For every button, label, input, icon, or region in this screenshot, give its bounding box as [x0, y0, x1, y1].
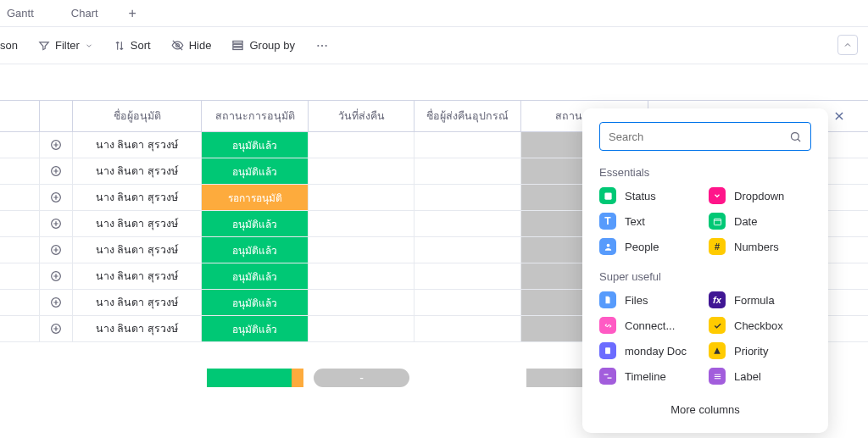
col-returner[interactable]: ชื่อผู้ส่งคืนอุปกรณ์	[415, 101, 521, 131]
filter-button[interactable]: Filter	[38, 39, 93, 52]
expand-cell[interactable]	[40, 211, 73, 236]
returner-cell[interactable]	[415, 158, 521, 184]
text-icon: T	[599, 213, 616, 230]
col-approver[interactable]: ชื่อผู้อนุมัติ	[73, 101, 202, 131]
return-date-cell[interactable]	[309, 316, 415, 341]
dots-icon	[315, 39, 329, 53]
hide-button[interactable]: Hide	[171, 39, 212, 52]
status-cell[interactable]: รอการอนุมัติ	[202, 185, 309, 210]
returner-cell[interactable]	[415, 211, 521, 236]
returner-cell[interactable]	[415, 132, 521, 158]
approver-cell[interactable]: นาง ลินดา สุรวงษ์	[73, 158, 202, 184]
status-cell[interactable]: อนุมัติแล้ว	[202, 263, 309, 289]
more-options-button[interactable]	[315, 39, 329, 53]
files-icon	[599, 291, 616, 308]
opt-formula[interactable]: fx Formula	[709, 291, 811, 308]
expand-icon[interactable]	[48, 295, 64, 310]
view-tabs: Gantt Chart +	[0, 0, 868, 27]
expand-icon[interactable]	[48, 137, 64, 152]
eye-off-icon	[171, 39, 184, 52]
opt-connect[interactable]: Connect...	[599, 317, 702, 334]
approver-cell[interactable]: นาง ลินดา สุรวงษ์	[73, 237, 202, 263]
group-icon	[231, 39, 244, 52]
return-date-cell[interactable]	[309, 211, 415, 236]
collapse-button[interactable]	[837, 35, 858, 55]
col-status[interactable]: สถานะการอนุมัติ	[202, 101, 309, 131]
opt-priority[interactable]: Priority	[709, 342, 811, 359]
approver-cell[interactable]: นาง ลินดา สุรวงษ์	[73, 316, 202, 341]
status-icon	[599, 187, 616, 204]
return-date-cell[interactable]	[309, 185, 415, 210]
drag-col-header	[0, 101, 40, 131]
status-cell[interactable]: อนุมัติแล้ว	[202, 290, 309, 315]
opt-label-label: Label	[734, 370, 761, 383]
person-filter[interactable]: son	[0, 39, 18, 52]
search-input[interactable]	[609, 130, 784, 143]
returner-cell[interactable]	[415, 316, 521, 341]
approver-cell[interactable]: นาง ลินดา สุรวงษ์	[73, 185, 202, 210]
groupby-button[interactable]: Group by	[231, 39, 294, 52]
add-view-button[interactable]: +	[129, 6, 136, 21]
returner-cell[interactable]	[415, 185, 521, 210]
expand-cell[interactable]	[40, 316, 73, 341]
more-columns-button[interactable]: More columns	[599, 403, 811, 416]
status-cell[interactable]: อนุมัติแล้ว	[202, 132, 309, 158]
board-toolbar: son Filter Sort Hide Group by	[0, 27, 868, 64]
returner-cell[interactable]	[415, 237, 521, 263]
sort-button[interactable]: Sort	[114, 39, 151, 52]
opt-files[interactable]: Files	[599, 291, 702, 308]
close-icon[interactable]	[833, 110, 845, 122]
expand-cell[interactable]	[40, 290, 73, 315]
expand-cell[interactable]	[40, 158, 73, 184]
tab-gantt[interactable]: Gantt	[0, 7, 41, 19]
approver-cell[interactable]: นาง ลินดา สุรวงษ์	[73, 132, 202, 158]
status-cell[interactable]: อนุมัติแล้ว	[202, 316, 309, 341]
col-return-date[interactable]: วันที่ส่งคืน	[309, 101, 415, 131]
svg-rect-1	[233, 42, 242, 44]
expand-cell[interactable]	[40, 185, 73, 210]
status-cell[interactable]: อนุมัติแล้ว	[202, 211, 309, 236]
svg-point-5	[321, 44, 323, 46]
opt-date-label: Date	[734, 215, 757, 228]
opt-text[interactable]: T Text	[599, 213, 702, 230]
expand-cell[interactable]	[40, 263, 73, 289]
returner-cell[interactable]	[415, 263, 521, 289]
expand-icon[interactable]	[48, 164, 64, 179]
approver-cell[interactable]: นาง ลินดา สุรวงษ์	[73, 211, 202, 236]
return-date-cell[interactable]	[309, 290, 415, 315]
opt-checkbox[interactable]: Checkbox	[709, 317, 811, 334]
tab-chart[interactable]: Chart	[64, 7, 105, 19]
returner-cell[interactable]	[415, 290, 521, 315]
opt-label[interactable]: Label	[709, 368, 811, 385]
expand-icon[interactable]	[48, 242, 64, 258]
approver-cell[interactable]: นาง ลินดา สุรวงษ์	[73, 263, 202, 289]
status-cell[interactable]: อนุมัติแล้ว	[202, 237, 309, 263]
expand-icon[interactable]	[48, 190, 64, 205]
svg-rect-17	[714, 219, 721, 225]
opt-timeline[interactable]: Timeline	[599, 368, 702, 385]
expand-col-header	[40, 101, 73, 131]
timeline-icon	[599, 368, 616, 385]
expand-cell[interactable]	[40, 237, 73, 263]
status-cell[interactable]: อนุมัติแล้ว	[202, 158, 309, 184]
expand-cell[interactable]	[40, 132, 73, 158]
expand-icon[interactable]	[48, 216, 64, 231]
opt-people[interactable]: People	[599, 238, 702, 255]
approver-cell[interactable]: นาง ลินดา สุรวงษ์	[73, 290, 202, 315]
expand-icon[interactable]	[48, 321, 64, 336]
return-date-cell[interactable]	[309, 237, 415, 263]
svg-point-15	[792, 132, 799, 140]
opt-status-label: Status	[625, 190, 656, 202]
chevron-down-icon	[85, 42, 93, 50]
expand-icon[interactable]	[48, 269, 64, 284]
search-input-wrap[interactable]	[599, 122, 811, 151]
return-date-cell[interactable]	[309, 158, 415, 184]
numbers-icon: #	[709, 238, 726, 255]
opt-numbers[interactable]: # Numbers	[709, 238, 811, 255]
opt-date[interactable]: Date	[709, 213, 811, 230]
opt-monday-doc[interactable]: monday Doc	[599, 342, 702, 359]
return-date-cell[interactable]	[309, 263, 415, 289]
opt-dropdown[interactable]: Dropdown	[709, 187, 811, 204]
opt-status[interactable]: Status	[599, 187, 702, 204]
return-date-cell[interactable]	[309, 132, 415, 158]
